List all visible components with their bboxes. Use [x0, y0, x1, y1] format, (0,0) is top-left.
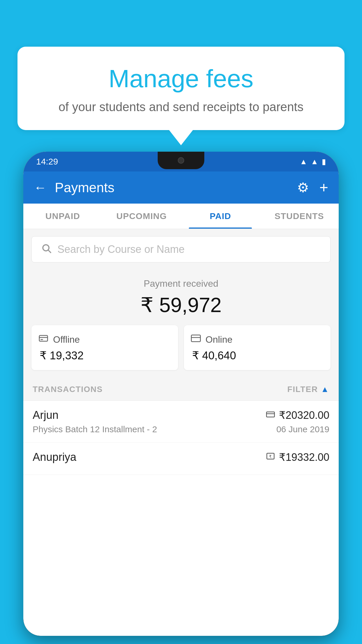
offline-card: Offline ₹ 19,332 — [31, 325, 178, 370]
tab-paid[interactable]: PAID — [181, 204, 260, 229]
signal-icon: ▲ — [311, 157, 318, 166]
svg-text:₹: ₹ — [269, 454, 272, 459]
payment-received-label: Payment received — [31, 278, 331, 289]
search-placeholder: Search by Course or Name — [57, 243, 184, 256]
rupee-payment-icon: ₹ — [266, 452, 275, 463]
header-left: ← Payments — [34, 180, 115, 195]
add-icon[interactable]: + — [319, 179, 328, 196]
svg-rect-2 — [39, 335, 48, 341]
svg-rect-5 — [191, 335, 200, 342]
search-container: Search by Course or Name — [23, 229, 339, 270]
header-right: ⚙ + — [297, 179, 328, 196]
wifi-icon: ▲ — [300, 157, 307, 166]
offline-icon — [38, 333, 48, 346]
tab-unpaid[interactable]: UNPAID — [23, 204, 102, 229]
bubble-subtitle: of your students and send receipts to pa… — [35, 100, 327, 114]
phone-container: 14:29 ▲ ▲ ▮ ← Payments ⚙ + — [23, 152, 339, 644]
online-card: Online ₹ 40,640 — [184, 325, 331, 370]
tab-students[interactable]: STUDENTS — [260, 204, 339, 229]
phone-screen: 14:29 ▲ ▲ ▮ ← Payments ⚙ + — [23, 152, 339, 636]
online-amount: ₹ 40,640 — [191, 349, 324, 362]
amount-row: ₹20320.00 — [266, 409, 329, 421]
date-label: 06 June 2019 — [276, 424, 329, 434]
online-label: Online — [205, 334, 233, 345]
notch — [158, 152, 204, 169]
transaction-amount: ₹19332.00 — [279, 451, 329, 463]
speech-bubble-container: Manage fees of your students and send re… — [17, 47, 345, 130]
bubble-title: Manage fees — [35, 64, 327, 93]
filter-icon: ▲ — [321, 385, 329, 394]
search-icon — [41, 243, 52, 256]
online-icon — [191, 333, 201, 346]
transactions-label: TRANSACTIONS — [33, 385, 103, 394]
transactions-header: TRANSACTIONS FILTER ▲ — [23, 378, 339, 401]
battery-icon: ▮ — [322, 157, 326, 166]
camera — [178, 157, 184, 164]
offline-amount: ₹ 19,332 — [38, 349, 171, 362]
payment-summary: Payment received ₹ 59,972 — [23, 270, 339, 378]
student-name: Anupriya — [33, 451, 76, 463]
filter-button[interactable]: FILTER ▲ — [287, 385, 329, 394]
search-bar[interactable]: Search by Course or Name — [31, 236, 331, 262]
phone-frame: 14:29 ▲ ▲ ▮ ← Payments ⚙ + — [23, 152, 339, 636]
transaction-row[interactable]: Anupriya ₹ ₹19332.00 — [23, 443, 339, 475]
status-time: 14:29 — [36, 157, 58, 167]
card-payment-icon — [266, 410, 275, 420]
status-icons: ▲ ▲ ▮ — [300, 157, 326, 166]
tabs-container: UNPAID UPCOMING PAID STUDENTS — [23, 204, 339, 229]
payment-cards: Offline ₹ 19,332 — [31, 325, 331, 370]
header-title: Payments — [55, 180, 115, 195]
course-label: Physics Batch 12 Installment - 2 — [33, 424, 157, 434]
back-button[interactable]: ← — [34, 180, 47, 195]
payment-total: ₹ 59,972 — [31, 293, 331, 317]
filter-label: FILTER — [287, 385, 318, 394]
student-name: Arjun — [33, 409, 59, 421]
app-header: ← Payments ⚙ + — [23, 172, 339, 204]
transaction-amount: ₹20320.00 — [279, 409, 329, 421]
svg-rect-7 — [266, 412, 275, 417]
svg-line-1 — [48, 250, 51, 252]
amount-row: ₹ ₹19332.00 — [266, 451, 329, 463]
settings-icon[interactable]: ⚙ — [297, 180, 309, 195]
speech-bubble: Manage fees of your students and send re… — [17, 47, 345, 130]
tab-upcoming[interactable]: UPCOMING — [102, 204, 181, 229]
transaction-row[interactable]: Arjun ₹20320.00 Physics Batch 12 Install… — [23, 401, 339, 443]
offline-label: Offline — [53, 334, 80, 345]
